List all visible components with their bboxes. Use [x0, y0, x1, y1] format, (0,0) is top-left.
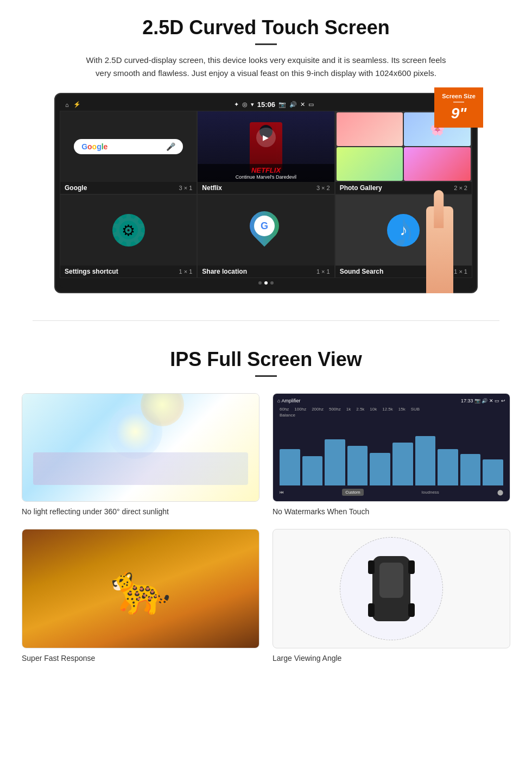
car-top-view — [372, 556, 410, 621]
amp-time: 17:33 📷 🔊 ✕ ▭ ↩ — [461, 398, 505, 403]
share-location-app-cell[interactable]: G Share location 1 × 1 — [197, 194, 334, 278]
sound-search-app-cell[interactable]: ♪ ♪ Sound Search 1 × 1 — [335, 194, 472, 278]
netflix-overlay: NETFLIX Continue Marvel's Daredevil — [198, 164, 334, 182]
netflix-app-size: 3 × 2 — [316, 185, 330, 191]
amp-bar-4 — [347, 446, 368, 485]
feature-fast-response-image: 🐆 — [22, 529, 259, 648]
amp-custom-button[interactable]: Custom — [342, 489, 364, 496]
wifi-icon: ▾ — [251, 101, 254, 108]
volume-icon: 🔊 — [289, 101, 297, 108]
feature-viewing-angle-caption: Large Viewing Angle — [273, 654, 510, 663]
feature-watermarks: ⌂ Amplifier 17:33 📷 🔊 ✕ ▭ ↩ 60hz100hz200… — [273, 393, 510, 516]
amp-equalizer — [277, 418, 505, 488]
app-grid-row1: Google 🎤 Google 3 × 1 — [60, 111, 472, 194]
car-wheel-rr — [408, 603, 415, 617]
google-mic-icon[interactable]: 🎤 — [166, 142, 175, 151]
feature-sunlight: No light reflecting under 360° direct su… — [22, 393, 259, 516]
gallery-thumb-4 — [404, 147, 471, 181]
car-wheel-fl — [368, 560, 375, 574]
badge-divider — [453, 102, 464, 103]
google-app-name: Google — [65, 184, 87, 192]
section1-description: With 2.5D curved-display screen, this de… — [81, 54, 451, 80]
cheetah-icon: 🐆 — [110, 560, 171, 617]
netflix-app-cell[interactable]: ▶ NETFLIX Continue Marvel's Daredevil Ne… — [197, 111, 334, 194]
close-icon: ✕ — [300, 101, 305, 108]
nav-dots — [60, 278, 472, 288]
amp-bar-1 — [280, 449, 300, 485]
window-icon: ▭ — [308, 101, 314, 108]
section-divider — [33, 320, 499, 321]
device-mockup: Screen Size 9" ⌂ ⚡ ✦ ◎ ▾ 15:06 📷 — [54, 93, 478, 293]
netflix-logo-text: NETFLIX — [201, 166, 331, 174]
nav-dot-3[interactable] — [270, 281, 274, 285]
google-label-bar: Google 3 × 1 — [60, 182, 197, 194]
feature-fast-response-caption: Super Fast Response — [22, 654, 259, 663]
feature-fast-response: 🐆 Super Fast Response — [22, 529, 259, 663]
google-search-bar[interactable]: Google 🎤 — [74, 139, 183, 154]
netflix-figure: ▶ NETFLIX Continue Marvel's Daredevil — [198, 111, 334, 182]
car-top-view-container — [337, 534, 446, 643]
sunlight-photo — [22, 394, 259, 501]
share-location-app-name: Share location — [202, 268, 247, 275]
sound-search-app-size: 1 × 1 — [454, 268, 467, 275]
amp-bar-10 — [483, 459, 503, 485]
nav-dot-2[interactable] — [264, 281, 268, 285]
feature-viewing-angle-image — [273, 529, 510, 648]
car-wheel-rl — [368, 603, 375, 617]
feature-watermarks-caption: No Watermarks When Touch — [273, 507, 510, 516]
ips-full-screen-section: IPS Full Screen View No light reflecting… — [0, 337, 532, 684]
google-cell-bg: Google 🎤 — [60, 111, 197, 182]
amp-toggle-icon[interactable]: ⬤ — [497, 489, 503, 495]
share-cell-bg: G — [198, 195, 334, 266]
sound-cell-bg: ♪ ♪ — [335, 195, 472, 266]
sound-search-label-bar: Sound Search 1 × 1 — [335, 266, 472, 277]
gallery-thumb-3 — [337, 147, 403, 181]
amp-bottom-bar: ⏮ Custom loudness ⬤ — [277, 488, 505, 497]
title-underline — [255, 43, 277, 45]
nav-dot-1[interactable] — [258, 281, 262, 285]
google-app-cell[interactable]: Google 🎤 Google 3 × 1 — [60, 111, 197, 194]
section2-title-underline — [255, 375, 277, 377]
feature-sunlight-image — [22, 393, 259, 502]
badge-label: Screen Size — [442, 93, 476, 99]
settings-app-size: 1 × 1 — [179, 268, 193, 275]
netflix-app-name: Netflix — [202, 184, 222, 192]
share-location-content: G — [198, 195, 334, 266]
bluetooth-icon: ✦ — [234, 101, 239, 108]
settings-cell-bg: ⚙ ⚙ — [60, 195, 197, 266]
amp-bar-5 — [370, 453, 390, 486]
app-grid-row2: ⚙ ⚙ Settings shortcut 1 × 1 — [60, 194, 472, 278]
amp-status-bar: ⌂ Amplifier 17:33 📷 🔊 ✕ ▭ ↩ — [277, 398, 505, 403]
netflix-subtitle: Continue Marvel's Daredevil — [201, 174, 331, 180]
car-wheel-fr — [408, 560, 415, 574]
gallery-thumb-1 — [337, 112, 403, 146]
amplifier-screen: ⌂ Amplifier 17:33 📷 🔊 ✕ ▭ ↩ 60hz100hz200… — [273, 394, 510, 501]
section2-title: IPS Full Screen View — [22, 348, 510, 371]
amp-bar-6 — [392, 443, 413, 485]
badge-size: 9" — [451, 105, 467, 122]
features-grid: No light reflecting under 360° direct su… — [22, 393, 510, 663]
device-screen: ⌂ ⚡ ✦ ◎ ▾ 15:06 📷 🔊 ✕ ▭ — [60, 98, 472, 288]
status-left-icons: ⌂ ⚡ — [65, 101, 81, 108]
photo-gallery-app-name: Photo Gallery — [340, 184, 382, 192]
settings-app-name: Settings shortcut — [65, 268, 118, 275]
camera-icon: 📷 — [278, 101, 286, 108]
amp-bar-3 — [325, 439, 345, 485]
amp-freq-labels: 60hz100hz200hz500hz1k2.5k10k12.5k15kSUB — [277, 406, 505, 413]
netflix-cell-bg: ▶ NETFLIX Continue Marvel's Daredevil — [198, 111, 334, 182]
google-app-size: 3 × 1 — [179, 185, 193, 191]
sound-search-content: ♪ ♪ — [335, 195, 472, 266]
device-frame: ⌂ ⚡ ✦ ◎ ▾ 15:06 📷 🔊 ✕ ▭ — [54, 93, 478, 293]
feature-sunlight-caption: No light reflecting under 360° direct su… — [22, 507, 259, 516]
cheetah-photo: 🐆 — [22, 529, 259, 648]
settings-app-cell[interactable]: ⚙ ⚙ Settings shortcut 1 × 1 — [60, 194, 197, 278]
amp-balance-label: Balance — [277, 413, 505, 418]
feature-viewing-angle: Large Viewing Angle — [273, 529, 510, 663]
curved-touch-screen-section: 2.5D Curved Touch Screen With 2.5D curve… — [0, 0, 532, 304]
photo-gallery-label-bar: Photo Gallery 2 × 2 — [335, 182, 472, 194]
car-windshield — [379, 563, 403, 598]
netflix-play-button[interactable]: ▶ — [256, 128, 276, 147]
amp-loudness-label: loudness — [422, 490, 439, 495]
section1-title: 2.5D Curved Touch Screen — [33, 16, 499, 39]
amp-home-icon: ⌂ Amplifier — [277, 398, 300, 403]
